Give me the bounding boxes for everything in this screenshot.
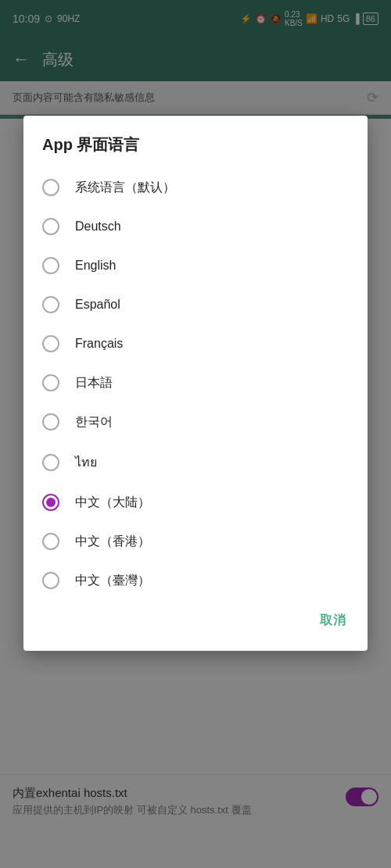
radio-circle-chinese-hk xyxy=(42,533,59,550)
language-label-korean: 한국어 xyxy=(75,414,113,430)
language-label-espanol: Español xyxy=(75,298,120,312)
language-dialog: App 界面语言 系统语言（默认）DeutschEnglishEspañolFr… xyxy=(23,116,368,651)
radio-circle-english xyxy=(42,257,59,274)
language-label-japanese: 日本語 xyxy=(75,375,113,391)
language-option-chinese-tw[interactable]: 中文（臺灣） xyxy=(23,561,368,600)
radio-circle-chinese-tw xyxy=(42,572,59,589)
language-list: 系统语言（默认）DeutschEnglishEspañolFrançais日本語… xyxy=(23,168,368,600)
radio-circle-deutsch xyxy=(42,218,59,235)
language-label-thai: ไทย xyxy=(75,452,97,472)
radio-circle-francais xyxy=(42,335,59,352)
language-label-chinese-hk: 中文（香港） xyxy=(75,534,150,550)
language-label-chinese-tw: 中文（臺灣） xyxy=(75,573,150,589)
language-option-thai[interactable]: ไทย xyxy=(23,441,368,483)
language-option-espanol[interactable]: Español xyxy=(23,285,368,324)
radio-circle-system xyxy=(42,179,59,196)
language-option-chinese-mainland[interactable]: 中文（大陆） xyxy=(23,483,368,522)
radio-circle-thai xyxy=(42,454,59,471)
radio-circle-japanese xyxy=(42,374,59,391)
language-option-english[interactable]: English xyxy=(23,246,368,285)
dialog-title: App 界面语言 xyxy=(23,116,368,168)
language-option-system[interactable]: 系统语言（默认） xyxy=(23,168,368,207)
language-label-system: 系统语言（默认） xyxy=(75,180,175,196)
language-label-chinese-mainland: 中文（大陆） xyxy=(75,495,150,511)
language-option-francais[interactable]: Français xyxy=(23,324,368,363)
language-option-korean[interactable]: 한국어 xyxy=(23,402,368,441)
language-option-deutsch[interactable]: Deutsch xyxy=(23,207,368,246)
cancel-button[interactable]: 取消 xyxy=(310,606,355,635)
radio-circle-chinese-mainland xyxy=(42,494,59,511)
dialog-actions: 取消 xyxy=(23,600,368,645)
radio-circle-korean xyxy=(42,413,59,430)
language-option-japanese[interactable]: 日本語 xyxy=(23,363,368,402)
language-label-english: English xyxy=(75,259,116,273)
language-option-chinese-hk[interactable]: 中文（香港） xyxy=(23,522,368,561)
language-label-deutsch: Deutsch xyxy=(75,220,121,234)
radio-circle-espanol xyxy=(42,296,59,313)
language-label-francais: Français xyxy=(75,337,123,351)
